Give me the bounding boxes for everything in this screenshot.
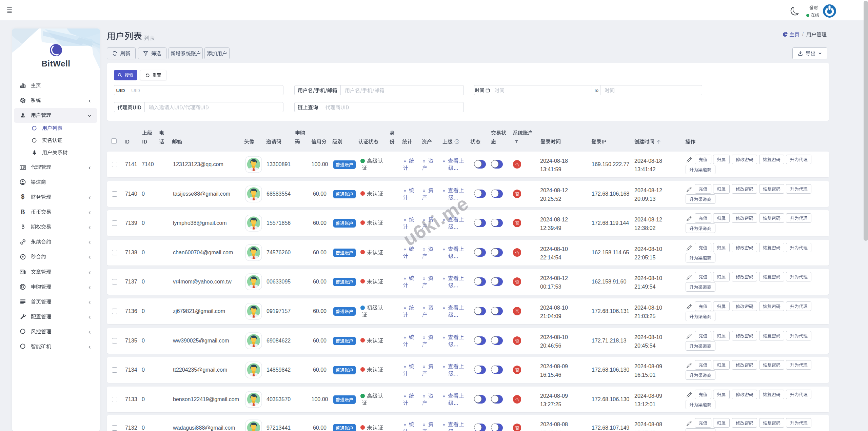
svg-text:?: ? [456, 140, 458, 143]
